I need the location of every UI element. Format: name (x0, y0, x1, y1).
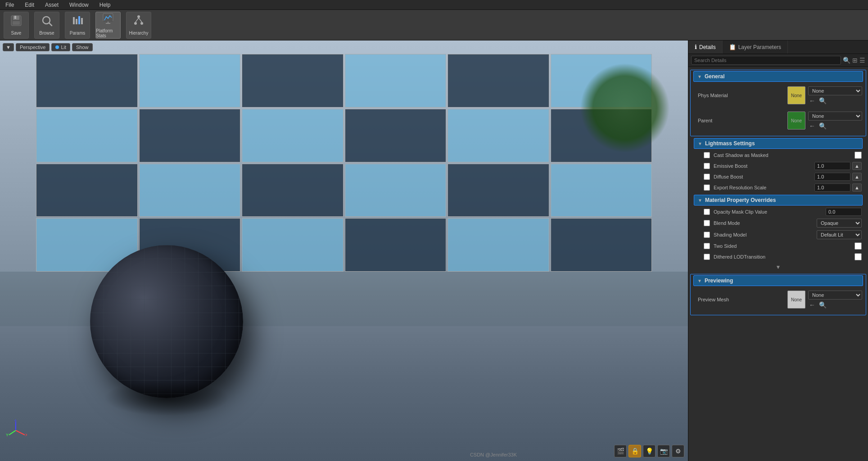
browse-button[interactable]: Browse (34, 12, 59, 39)
viewport-btn-1[interactable]: 🎬 (614, 445, 627, 457)
export-resolution-spinner[interactable]: ▲ (852, 184, 862, 192)
platform-stats-button[interactable]: Platform Stats (95, 12, 121, 39)
lightmass-section-label: Lightmass Settings (705, 140, 755, 147)
window (551, 164, 652, 217)
diffuse-boost-spinner[interactable]: ▲ (852, 173, 862, 181)
search-button[interactable]: 🔍 (843, 57, 850, 64)
svg-text:Y: Y (6, 433, 9, 437)
window (448, 109, 549, 162)
hierarchy-button[interactable]: Hierarchy (126, 12, 151, 39)
window (242, 218, 344, 272)
lit-button[interactable]: Lit (51, 43, 70, 51)
preview-mesh-arrow-btn[interactable]: ← (808, 301, 816, 309)
two-sided-checkbox[interactable] (704, 243, 710, 249)
tab-layer-params[interactable]: 📋 Layer Parameters (723, 40, 788, 54)
viewport-toolbar: ▼ Perspective Lit Show (3, 43, 93, 51)
main-layout: ▼ Perspective Lit Show X Y Z (0, 40, 868, 461)
viewport-bottom-controls: 🎬 🔒 💡 📷 ⚙ (614, 445, 684, 457)
layout-button[interactable]: ⊞ (852, 57, 858, 64)
show-button[interactable]: Show (72, 43, 93, 51)
cast-shadow-checkbox[interactable] (704, 152, 710, 158)
blend-mode-label: Blend Mode (714, 220, 817, 226)
svg-point-15 (134, 22, 137, 25)
export-resolution-checkbox[interactable] (704, 184, 710, 191)
parent-dropdown-row: None (808, 112, 862, 121)
layout-button-2[interactable]: ☰ (859, 57, 865, 64)
phys-material-select[interactable]: None (808, 86, 862, 95)
axis-indicator: X Y Z (5, 419, 27, 443)
preview-mesh-select[interactable]: None (808, 291, 862, 300)
menu-help[interactable]: Help (98, 2, 113, 8)
blend-mode-row: Blend Mode Opaque Masked Translucent (691, 217, 865, 229)
perspective-button[interactable]: Perspective (16, 43, 50, 51)
export-resolution-row: Export Resolution Scale ▲ (691, 182, 865, 193)
collapse-down-arrow[interactable]: ▼ (776, 264, 781, 270)
two-sided-value (854, 242, 862, 250)
dithered-lod-checkbox[interactable] (704, 254, 710, 260)
emissive-boost-checkbox[interactable] (704, 163, 710, 169)
preview-mesh-search-btn[interactable]: 🔍 (818, 301, 827, 309)
emissive-boost-spinner[interactable]: ▲ (852, 162, 862, 170)
viewport[interactable]: ▼ Perspective Lit Show X Y Z (0, 40, 688, 461)
blend-mode-value: Opaque Masked Translucent (817, 219, 862, 228)
general-collapse-arrow: ▼ (697, 74, 702, 79)
svg-text:X: X (25, 433, 27, 437)
search-input[interactable] (691, 56, 841, 65)
two-sided-label: Two Sided (714, 243, 854, 249)
general-section-label: General (705, 73, 725, 80)
material-overrides-label: Material Property Overrides (705, 197, 776, 203)
general-section-header[interactable]: ▼ General (693, 71, 863, 82)
cast-shadow-row: Cast Shadow as Masked (691, 150, 865, 161)
tab-details[interactable]: ℹ Details (688, 40, 723, 54)
material-overrides-header[interactable]: ▼ Material Property Overrides (694, 195, 863, 206)
parent-controls: None None ← 🔍 (787, 112, 862, 130)
viewport-btn-5[interactable]: ⚙ (672, 445, 684, 457)
parent-select[interactable]: None (808, 112, 862, 121)
menu-edit[interactable]: Edit (23, 2, 36, 8)
viewport-btn-4[interactable]: 📷 (657, 445, 670, 457)
phys-material-arrow-btn[interactable]: ← (808, 97, 816, 104)
shading-model-checkbox[interactable] (704, 232, 710, 238)
svg-rect-8 (78, 16, 80, 24)
platform-stats-icon (102, 12, 114, 27)
save-button[interactable]: Save (4, 12, 29, 39)
phys-material-search-btn[interactable]: 🔍 (818, 97, 827, 104)
two-sided-value-checkbox[interactable] (854, 242, 862, 250)
general-section: ▼ General Phys Material None (690, 70, 866, 136)
export-resolution-input[interactable] (814, 184, 850, 192)
viewport-dropdown[interactable]: ▼ (3, 43, 14, 51)
menu-asset[interactable]: Asset (43, 2, 60, 8)
menu-window[interactable]: Window (68, 2, 90, 8)
menu-file[interactable]: File (4, 2, 16, 8)
viewport-btn-3[interactable]: 💡 (643, 445, 656, 457)
shading-model-select[interactable]: Default Lit Unlit Subsurface (817, 230, 862, 239)
sphere-object (90, 245, 243, 398)
previewing-section-label: Previewing (705, 277, 733, 284)
parent-swatch[interactable]: None (787, 112, 805, 130)
previewing-section-header[interactable]: ▼ Previewing (693, 275, 863, 286)
opacity-mask-input[interactable] (826, 208, 862, 216)
emissive-boost-input[interactable] (814, 162, 850, 170)
diffuse-boost-input[interactable] (814, 173, 850, 181)
phys-material-controls: None None ← 🔍 (787, 86, 862, 104)
viewport-btn-2[interactable]: 🔒 (628, 445, 641, 457)
blend-mode-select[interactable]: Opaque Masked Translucent (817, 219, 862, 228)
parent-search-btn[interactable]: 🔍 (818, 122, 827, 130)
svg-line-17 (136, 18, 139, 22)
dithered-lod-value-checkbox[interactable] (854, 253, 862, 260)
parent-arrow-btn[interactable]: ← (808, 122, 816, 130)
cast-shadow-value-checkbox[interactable] (854, 152, 862, 159)
two-sided-row: Two Sided (691, 241, 865, 251)
preview-mesh-swatch-label: None (791, 297, 802, 302)
params-button[interactable]: Params (65, 12, 90, 39)
window (139, 109, 241, 162)
lightmass-section-header[interactable]: ▼ Lightmass Settings (694, 138, 863, 149)
svg-rect-6 (73, 17, 75, 24)
blend-mode-checkbox[interactable] (704, 220, 710, 226)
phys-material-swatch[interactable]: None (787, 86, 805, 104)
opacity-mask-checkbox[interactable] (704, 209, 710, 215)
preview-mesh-swatch[interactable]: None (787, 291, 805, 309)
window (139, 54, 241, 107)
hierarchy-icon (132, 14, 145, 29)
diffuse-boost-checkbox[interactable] (704, 174, 710, 180)
